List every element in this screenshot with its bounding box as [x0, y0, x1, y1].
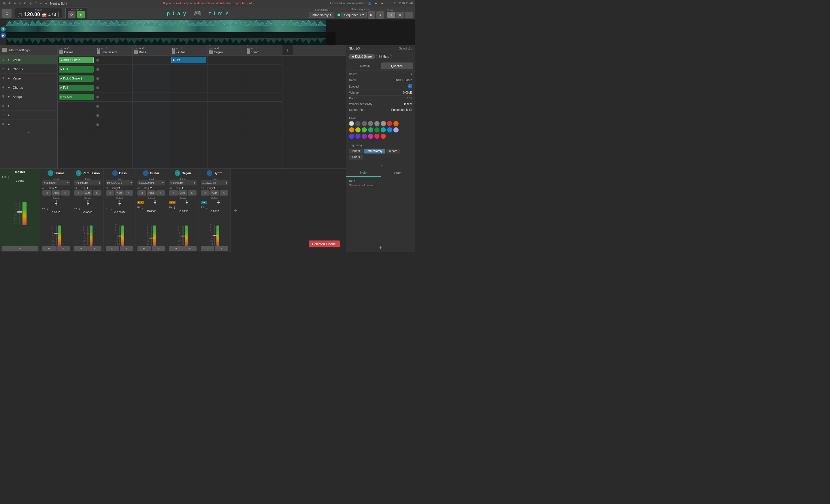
- bass-input-dropdown[interactable]: 1/2 (Mic/Line 1▾: [106, 180, 133, 186]
- color-dot-pink[interactable]: [374, 134, 380, 139]
- help-tab[interactable]: Help: [346, 169, 381, 177]
- clip-cell[interactable]: ▶Kick & Snare 2: [58, 74, 95, 83]
- color-dot-yellow[interactable]: [355, 127, 360, 132]
- clip-cell[interactable]: ▶Full: [58, 65, 95, 74]
- color-dot-teal[interactable]: [381, 127, 386, 132]
- clip-cell[interactable]: [245, 65, 282, 74]
- percussion-input-dropdown[interactable]: <All inputs>▾: [74, 180, 102, 186]
- scene-play-icon[interactable]: ▶: [7, 76, 11, 80]
- clip-cell[interactable]: [208, 83, 245, 93]
- clip-cell[interactable]: [133, 74, 170, 83]
- organ-input-dropdown[interactable]: <All inputs>▾: [169, 180, 197, 186]
- scene-row[interactable]: 8 ▶: [0, 120, 57, 129]
- solo-button[interactable]: S: [120, 246, 133, 251]
- clip-cell[interactable]: [133, 83, 170, 93]
- loop-button[interactable]: ⟳: [68, 11, 75, 19]
- scene-play-icon[interactable]: ▶: [7, 113, 11, 117]
- color-dot-darkgreen[interactable]: [374, 127, 380, 132]
- clip-cell[interactable]: [208, 102, 245, 111]
- looped-checkbox[interactable]: ✓: [408, 85, 412, 89]
- clip-cell[interactable]: [245, 111, 282, 120]
- scene-play-icon[interactable]: ▶: [7, 95, 11, 99]
- clip-cell[interactable]: [95, 102, 132, 111]
- clip-cell[interactable]: [58, 102, 95, 111]
- channel-auto-btn[interactable]: Auto: [179, 190, 187, 196]
- play-icon[interactable]: ▶: [374, 1, 378, 5]
- home-button[interactable]: ⌂: [2, 9, 11, 18]
- clip-cell[interactable]: [133, 120, 170, 129]
- clip-cell[interactable]: [170, 83, 207, 93]
- mute-button[interactable]: M: [137, 246, 151, 251]
- sidebar-icon-blue[interactable]: ▶: [1, 33, 6, 38]
- clip-cell[interactable]: [245, 83, 282, 93]
- right-panel-add-button[interactable]: +: [346, 243, 415, 252]
- clip-cell[interactable]: ▶Full: [58, 83, 95, 93]
- clip-cell[interactable]: [208, 120, 245, 129]
- color-dot-gray2[interactable]: [362, 121, 367, 126]
- scene-play-icon[interactable]: ▶: [7, 123, 11, 127]
- scene-row[interactable]: 2 ▶ Chorus: [0, 65, 57, 74]
- drums-input-dropdown[interactable]: <All inputs>▾: [42, 180, 70, 186]
- clip-block[interactable]: ▶Kick & Snare 2: [59, 75, 94, 82]
- resize-icon[interactable]: ⊡: [2, 1, 6, 5]
- color-dot-orange[interactable]: [393, 121, 398, 126]
- trigger-4bars[interactable]: 4 bars: [349, 155, 363, 160]
- scene-row[interactable]: 3 ▶ Verse: [0, 74, 57, 83]
- channel-auto-btn[interactable]: Auto: [83, 190, 92, 196]
- clip-block[interactable]: ▶Full: [59, 85, 94, 91]
- scene-row[interactable]: 6 ▶: [0, 101, 57, 110]
- channel-auto-btn[interactable]: Auto: [115, 190, 124, 196]
- channel-right-btn[interactable]: ▷: [125, 190, 133, 196]
- guitar-input-dropdown[interactable]: 3/4 (ADAT/SP⊘▾: [137, 180, 165, 186]
- channel-right-btn[interactable]: ▷: [220, 190, 228, 196]
- clip-cell[interactable]: [245, 56, 282, 65]
- move-icon[interactable]: ⊕: [13, 1, 17, 5]
- clip-cell[interactable]: [170, 74, 207, 83]
- channel-left-btn[interactable]: ◁: [169, 190, 178, 196]
- track-mute-btn[interactable]: [172, 51, 175, 54]
- scene-row[interactable]: 4 ▶ Chorus: [0, 83, 57, 92]
- play-button[interactable]: ▶: [77, 11, 85, 19]
- color-dot-red[interactable]: [387, 121, 392, 126]
- channel-right-btn[interactable]: ▷: [93, 190, 102, 196]
- solo-button[interactable]: S: [57, 246, 70, 251]
- mute-button[interactable]: M: [2, 246, 38, 251]
- track-mute-btn[interactable]: [97, 51, 100, 54]
- clip-cell[interactable]: [133, 111, 170, 120]
- clip-cell[interactable]: [208, 65, 245, 74]
- channel-left-btn[interactable]: ◁: [137, 190, 147, 196]
- clip-cell[interactable]: [208, 74, 245, 83]
- clip-cell[interactable]: [95, 65, 132, 74]
- clip-cell[interactable]: [133, 56, 170, 65]
- track-mute-btn[interactable]: [134, 51, 138, 54]
- seq-play-button[interactable]: ▶: [368, 11, 375, 19]
- clip-cell[interactable]: [208, 93, 245, 102]
- sidebar-icon-teal[interactable]: 👁: [1, 27, 6, 32]
- trigger-8bars[interactable]: 8 bars: [386, 148, 400, 154]
- solo-button[interactable]: S: [88, 246, 102, 251]
- channel-auto-btn[interactable]: Auto: [147, 190, 156, 196]
- clip-cell[interactable]: [95, 83, 132, 93]
- clip-cell[interactable]: [170, 111, 207, 120]
- quantize-tab[interactable]: Quantize: [381, 63, 413, 69]
- pause-icon[interactable]: ⏸: [386, 1, 390, 5]
- refresh-icon[interactable]: ↺: [33, 1, 37, 5]
- gear-icon[interactable]: ⚙: [23, 1, 27, 5]
- add-mixer-channel-button[interactable]: +: [230, 169, 241, 252]
- channel-right-btn[interactable]: ▷: [156, 190, 165, 196]
- channel-auto-btn[interactable]: Auto: [210, 190, 219, 196]
- channel-left-btn[interactable]: ◁: [201, 190, 210, 196]
- view-btn-3[interactable]: ≡: [405, 12, 413, 18]
- clip-cell[interactable]: [58, 120, 95, 129]
- seq-download-button[interactable]: ⬇: [376, 11, 384, 19]
- overdub-tab[interactable]: Overdub: [348, 63, 380, 69]
- sequence-dropdown[interactable]: Sequence 1 ▾: [342, 12, 366, 18]
- clip-cell[interactable]: [245, 102, 282, 111]
- target-icon[interactable]: ◎: [28, 1, 32, 5]
- scene-row[interactable]: 1 ▶ Verse: [0, 55, 57, 65]
- add-track-button[interactable]: +: [282, 45, 293, 55]
- view-btn-2[interactable]: ▦: [396, 12, 404, 18]
- clip-cell[interactable]: [133, 102, 170, 111]
- time-signature[interactable]: 4 / 4: [49, 12, 56, 17]
- scene-row[interactable]: 5 ▶ Bridge: [0, 92, 57, 101]
